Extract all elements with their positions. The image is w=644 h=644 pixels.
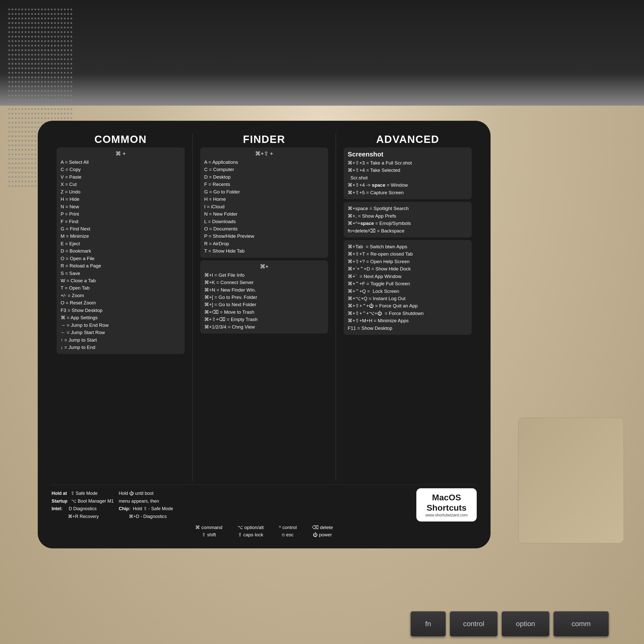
common-column: COMMON ⌘ + A = Select All C = Copy V = P… xyxy=(52,133,190,481)
brand-box: MacOSShortcuts www.shortutwizard.com xyxy=(416,488,477,521)
general-shortcuts: ⌘+space = Spotlight Search ⌘+, = Show Ap… xyxy=(348,205,468,234)
general-group: ⌘+space = Spotlight Search ⌘+, = Show Ap… xyxy=(344,202,472,237)
common-shortcuts-group: ⌘ + A = Select All C = Copy V = Paste X … xyxy=(57,147,185,354)
brand-title: MacOSShortcuts xyxy=(423,492,470,513)
finder-subtitle1: ⌘+⇧ + xyxy=(204,150,324,157)
chip-label: Chip: xyxy=(119,506,130,511)
finder-shift-group: ⌘+⇧ + A = Applications C = Computer D = … xyxy=(200,147,328,258)
legend-command: ⌘ command⇧ shift xyxy=(195,524,222,538)
startup-info-right: Hold ⏻ until boot menu appears, then Chi… xyxy=(119,490,173,520)
command-key: comm xyxy=(553,611,609,636)
chip-diag-label: ⌘+D - Diagnostics xyxy=(119,514,167,519)
startup-info-left: Hold at ⇧ Safe Mode Startup ⌥ Boot Manag… xyxy=(52,490,114,520)
diagnostics-label: D Diagnostics xyxy=(69,506,97,511)
trackpad xyxy=(518,418,624,543)
keyboard-keys-row: fn control option comm xyxy=(0,611,644,636)
option-key: option xyxy=(502,611,549,636)
finder-header: FINDER xyxy=(200,133,328,145)
advanced-header: ADVANCED xyxy=(344,133,472,145)
divider-1 xyxy=(192,133,193,481)
legend-delete: ⌫ delete⏻ power xyxy=(312,524,333,538)
sticker-bottom: Hold at ⇧ Safe Mode Startup ⌥ Boot Manag… xyxy=(52,485,477,521)
common-header: COMMON xyxy=(57,133,185,145)
apps-group: ⌘+Tab = Switch btwn Apps ⌘+⇧+T = Re-open… xyxy=(344,240,472,335)
chip-hold-label: Hold ⏻ until boot xyxy=(119,491,153,496)
hold-at-label: Hold at xyxy=(52,491,67,496)
legend-row: ⌘ command⇧ shift ⌥ option/alt⇪ caps lock… xyxy=(52,521,477,538)
fn-key: fn xyxy=(411,611,446,636)
finder-cmd-group: ⌘+ ⌘+I = Get File Info ⌘+K = Connect Ser… xyxy=(200,260,328,334)
screenshot-title: Screenshot xyxy=(348,150,468,158)
screenshot-shortcuts: ⌘+⇧+3 = Take a Full Scr.shot ⌘+⇧+4 = Tak… xyxy=(348,159,468,196)
sticker-main-content: COMMON ⌘ + A = Select All C = Copy V = P… xyxy=(52,133,477,481)
screenshot-group: Screenshot ⌘+⇧+3 = Take a Full Scr.shot … xyxy=(344,147,472,199)
finder-shortcuts-1: A = Applications C = Computer D = Deskto… xyxy=(204,158,324,255)
control-key: control xyxy=(450,611,498,636)
spacer-label xyxy=(52,514,67,519)
speaker-grille xyxy=(8,8,73,88)
divider-2 xyxy=(336,133,336,481)
common-subtitle: ⌘ + xyxy=(61,150,181,157)
boot-manager-label: ⌥ Boot Manager M1 xyxy=(71,499,114,504)
finder-shortcuts-2: ⌘+I = Get File Info ⌘+K = Connect Server… xyxy=(204,271,324,331)
advanced-column: ADVANCED Screenshot ⌘+⇧+3 = Take a Full … xyxy=(339,133,477,481)
common-shortcut-list: A = Select All C = Copy V = Paste X = Cu… xyxy=(61,158,181,351)
recovery-label: ⌘+R Recovery xyxy=(68,514,99,519)
legend-option: ⌥ option/alt⇪ caps lock xyxy=(237,524,264,538)
apps-shortcuts: ⌘+Tab = Switch btwn Apps ⌘+⇧+T = Re-open… xyxy=(348,243,468,332)
screenshot-section: Screenshot ⌘+⇧+3 = Take a Full Scr.shot … xyxy=(348,150,468,196)
keyboard-area xyxy=(0,0,644,106)
legend-control: ^ control⎋ esc xyxy=(279,524,297,538)
brand-url: www.shortutwizard.com xyxy=(423,513,470,517)
chip-menu-label: menu appears, then xyxy=(119,499,159,504)
chip-safe-label: Hold ⇧ - Safe Mode xyxy=(133,506,173,511)
startup-label: Startup xyxy=(52,499,67,504)
intel-label: Intel: xyxy=(52,506,62,511)
shortcut-sticker: COMMON ⌘ + A = Select All C = Copy V = P… xyxy=(38,121,491,548)
safe-mode-label: ⇧ Safe Mode xyxy=(71,491,98,496)
finder-subtitle2: ⌘+ xyxy=(204,263,324,270)
finder-column: FINDER ⌘+⇧ + A = Applications C = Comput… xyxy=(195,133,333,481)
